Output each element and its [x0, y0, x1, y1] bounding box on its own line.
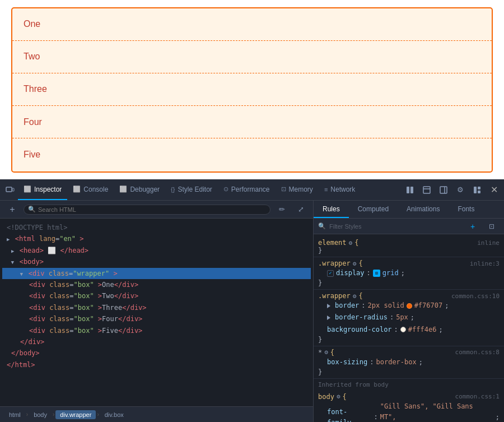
breadcrumb-box[interactable]: div.box [100, 410, 128, 419]
svg-rect-1 [12, 188, 14, 191]
wrapper-element: OneTwoThreeFourFive [11, 7, 493, 173]
preview-area: OneTwoThreeFourFive [0, 0, 504, 179]
performance-icon: ⊙ [223, 186, 228, 193]
responsive-design-btn[interactable] [2, 182, 18, 198]
html-box5[interactable]: <div class="box" >Five</div> [2, 325, 311, 336]
expand-icon: ▶ [8, 261, 17, 264]
star-selector: * ⚙ { common.css:8 [318, 349, 500, 356]
element-gear-icon[interactable]: ⚙ [349, 239, 353, 247]
html-tree: <!DOCTYPE html> ▶ <html lang="en" > ▶ <h… [0, 219, 313, 406]
overflow-btn[interactable] [469, 182, 485, 198]
close-devtools-btn[interactable]: ✕ [486, 182, 502, 198]
styles-filter: 🔍 + ⊡ [314, 219, 504, 234]
settings-btn[interactable]: ⚙ [452, 182, 468, 198]
html-box3[interactable]: <div class="box" >Three</div> [2, 302, 311, 313]
expand-prop-icon-2[interactable] [327, 316, 330, 320]
bg-color-dot[interactable] [400, 327, 406, 332]
wrapper-gear-icon-1[interactable]: ⚙ [353, 260, 357, 267]
wrapper-selector-1: .wrapper ⚙ { inline:3 [318, 259, 500, 267]
tab-style-editor[interactable]: {} Style Editor [165, 179, 218, 200]
html-element[interactable]: ▶ <html lang="en" > [2, 233, 311, 244]
styles-tabs: Rules Computed Animations Fonts [314, 201, 504, 219]
add-rule-btn[interactable]: + [465, 219, 480, 234]
style-editor-icon: {} [171, 186, 175, 193]
wrapper-selector-2: .wrapper ⚙ { common.css:10 [318, 292, 500, 300]
breadcrumb-wrapper[interactable]: div.wrapper [55, 410, 96, 419]
styles-rules-content: element ⚙ { inline } .wrapper ⚙ { inline… [314, 234, 504, 422]
inspector-search-bar: + 🔍 ✏ ⤢ [0, 201, 313, 219]
filter-styles-input[interactable] [329, 223, 461, 230]
wrapper1-close: } [318, 279, 500, 287]
svg-rect-8 [474, 187, 477, 193]
copy-styles-btn[interactable]: ⊡ [484, 219, 500, 234]
tab-console[interactable]: ⬜ Console [67, 179, 114, 200]
fullscreen-btn[interactable]: ⤢ [293, 202, 309, 217]
network-icon: ≡ [324, 186, 328, 193]
tab-computed[interactable]: Computed [349, 201, 398, 218]
border-color-dot[interactable] [407, 303, 412, 309]
prop-box-sizing: box-sizing : border-box ; [318, 356, 500, 368]
prop-border: border : 2px solid #f76707 ; [318, 300, 500, 312]
prop-border-radius: border-radius : 5px ; [318, 312, 500, 323]
breadcrumb-arrow-3: › [97, 411, 99, 418]
box-element: Five [12, 138, 492, 171]
wrapper-gear-icon-2[interactable]: ⚙ [353, 293, 357, 300]
wrapper2-close: } [318, 336, 500, 344]
tab-performance[interactable]: ⊙ Performance [218, 179, 276, 200]
add-node-btn[interactable]: + [4, 202, 20, 217]
element-rule-close: } [318, 247, 500, 254]
tab-network[interactable]: ≡ Network [319, 179, 361, 200]
html-wrapper-close[interactable]: </div> [2, 336, 311, 347]
tab-rules[interactable]: Rules [314, 201, 349, 218]
inherited-label: Inherited from body [314, 379, 504, 391]
prop-checkbox[interactable]: ✓ [327, 270, 334, 277]
inspector-panel: + 🔍 ✏ ⤢ <!DOCTYPE html> ▶ <html lang="en… [0, 201, 314, 422]
html-box1[interactable]: <div class="box" >One</div> [2, 279, 311, 290]
star-gear-icon[interactable]: ⚙ [324, 349, 328, 356]
console-icon: ⬜ [73, 186, 81, 193]
prop-background-color: background-color : #fff4e6 ; [318, 324, 500, 336]
split-view-btn[interactable] [402, 182, 418, 198]
rule-element: element ⚙ { inline } [314, 236, 504, 257]
styles-panel: Rules Computed Animations Fonts 🔍 + ⊡ [314, 201, 504, 422]
dock-btn[interactable] [419, 182, 435, 198]
html-close[interactable]: </html> [2, 359, 311, 370]
tab-debugger[interactable]: ⬜ Debugger [114, 179, 165, 200]
expand-icon: ▶ [17, 273, 26, 276]
body-gear-icon[interactable]: ⚙ [337, 393, 340, 400]
toolbar-right-controls: ⚙ ✕ [402, 182, 502, 198]
svg-rect-3 [410, 187, 413, 193]
html-head[interactable]: ▶ <head> ⬜ </head> [2, 245, 311, 256]
breadcrumb-body[interactable]: body [29, 410, 52, 419]
star-close: } [318, 368, 500, 376]
box-element: One [12, 8, 492, 41]
tab-fonts[interactable]: Fonts [449, 201, 483, 218]
devtools-panel: ⬜ Inspector ⬜ Console ⬜ Debugger {} Styl… [0, 179, 504, 422]
html-body-close[interactable]: </body> [2, 347, 311, 359]
html-box4[interactable]: <div class="box" >Four</div> [2, 313, 311, 324]
expand-prop-icon[interactable] [327, 304, 330, 308]
rule-wrapper-1: .wrapper ⚙ { inline:3 ✓ display : ⊞ grid… [314, 257, 504, 290]
html-body[interactable]: ▶ <body> [2, 256, 311, 267]
edit-html-btn[interactable]: ✏ [274, 202, 290, 217]
html-search-input[interactable] [24, 205, 270, 215]
svg-rect-2 [407, 187, 409, 193]
prop-display: ✓ display : ⊞ grid ; [318, 267, 500, 279]
tab-memory[interactable]: ⊡ Memory [276, 179, 319, 200]
dock-right-btn[interactable] [436, 182, 451, 198]
html-doctype[interactable]: <!DOCTYPE html> [2, 222, 311, 233]
tab-animations[interactable]: Animations [398, 201, 449, 218]
debugger-icon: ⬜ [119, 186, 127, 193]
rule-wrapper-2: .wrapper ⚙ { common.css:10 border : 2px … [314, 290, 504, 346]
box-element: Two [12, 41, 492, 73]
svg-rect-0 [6, 187, 12, 192]
grid-icon[interactable]: ⊞ [373, 270, 380, 277]
inspector-icon: ⬜ [24, 186, 31, 193]
breadcrumb-arrow-2: › [53, 411, 54, 418]
tab-inspector[interactable]: ⬜ Inspector [18, 179, 67, 200]
breadcrumb-html[interactable]: html [4, 410, 25, 419]
collapse-icon: ▶ [7, 235, 10, 244]
html-box2[interactable]: <div class="box" >Two</div> [2, 290, 311, 302]
svg-rect-10 [478, 191, 480, 193]
html-wrapper-div[interactable]: ▶ <div class="wrapper" > [2, 268, 311, 279]
